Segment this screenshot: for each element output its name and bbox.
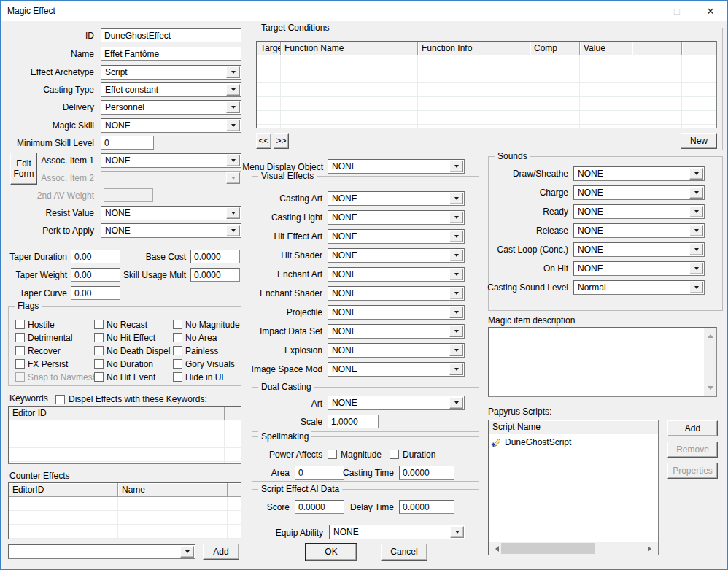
column-header[interactable]: [225, 407, 241, 420]
charge-select[interactable]: NONE: [573, 185, 705, 200]
column-separator: [280, 55, 281, 128]
dispel-effects-checkbox[interactable]: [55, 395, 65, 404]
flag-painless-checkbox[interactable]: [173, 346, 182, 355]
flag-hostile-checkbox[interactable]: [15, 320, 25, 329]
flag-no-recast-checkbox[interactable]: [94, 320, 104, 329]
conditions-new-button[interactable]: New: [681, 133, 717, 149]
keywords-list[interactable]: Editor ID: [8, 406, 241, 464]
magic-skill-label: Magic Skill: [53, 120, 94, 131]
chevron-down-icon: [449, 250, 463, 261]
casting-time-input[interactable]: [399, 466, 454, 480]
column-header[interactable]: Function Name: [281, 42, 418, 55]
dual-casting-scale-input[interactable]: [328, 415, 379, 428]
column-header[interactable]: Function Info: [418, 42, 530, 55]
minimize-button[interactable]: —: [627, 1, 660, 21]
flag-no-hit-event-checkbox[interactable]: [94, 372, 104, 382]
vertical-scrollbar[interactable]: [704, 328, 716, 396]
column-header[interactable]: [228, 483, 241, 497]
menu-display-object-select[interactable]: NONE: [328, 159, 465, 174]
hit-effect-art-select[interactable]: NONE: [328, 229, 465, 244]
column-header-script-name[interactable]: Script Name: [489, 420, 658, 434]
image-space-mod-select[interactable]: NONE: [328, 362, 465, 377]
equip-ability-select[interactable]: NONE: [329, 525, 465, 539]
ok-button[interactable]: OK: [306, 544, 357, 561]
flag-hide-in-ui-checkbox[interactable]: [173, 372, 182, 382]
area-input[interactable]: [295, 466, 344, 480]
column-header[interactable]: Comp: [530, 42, 580, 55]
papyrus-scripts-list[interactable]: Script Name DuneGhostScript: [488, 420, 659, 555]
impact-data-set-select[interactable]: NONE: [328, 324, 465, 339]
column-header[interactable]: [632, 42, 682, 55]
delay-time-input[interactable]: [399, 500, 454, 514]
resist-value-select[interactable]: NONE: [101, 206, 241, 220]
taper-duration-input[interactable]: [71, 250, 120, 263]
counter-effect-add-button[interactable]: Add: [203, 544, 239, 560]
on-hit-select[interactable]: NONE: [573, 261, 705, 276]
flag-no-area-checkbox[interactable]: [173, 333, 182, 342]
column-header[interactable]: Value: [580, 42, 632, 55]
conditions-prev-button[interactable]: <<: [256, 133, 271, 149]
counter-effects-list[interactable]: EditorIDName: [8, 482, 241, 539]
hit-shader-select[interactable]: NONE: [328, 248, 465, 263]
flag-detrimental-checkbox[interactable]: [15, 333, 25, 342]
taper-weight-input[interactable]: [71, 268, 120, 282]
taper-curve-input[interactable]: [71, 286, 120, 300]
flag-no-magnitude-checkbox[interactable]: [173, 320, 182, 329]
close-button[interactable]: ✕: [694, 1, 727, 21]
casting-type-select[interactable]: Effet constant: [101, 82, 241, 97]
target-conditions-list[interactable]: TargetFunction NameFunction InfoCompValu…: [256, 41, 717, 128]
explosion-select[interactable]: NONE: [328, 343, 465, 358]
name-input[interactable]: [101, 47, 241, 61]
script-add-button[interactable]: Add: [667, 420, 718, 436]
flag-no-hit-effect-checkbox[interactable]: [94, 333, 104, 342]
horizontal-scrollbar[interactable]: [489, 542, 658, 555]
draw-sheathe-select[interactable]: NONE: [573, 166, 705, 181]
score-input[interactable]: [295, 500, 344, 514]
duration-checkbox[interactable]: [390, 450, 399, 459]
flag-fx-persist-checkbox[interactable]: [15, 359, 25, 369]
magnitude-checkbox[interactable]: [328, 450, 337, 459]
enchant-art-select[interactable]: NONE: [328, 267, 465, 282]
column-header[interactable]: Target: [257, 42, 281, 55]
chevron-down-icon: [449, 193, 463, 204]
scrollbar-thumb[interactable]: [501, 543, 595, 554]
delivery-select[interactable]: Personnel: [101, 100, 241, 115]
column-header[interactable]: Editor ID: [9, 407, 225, 420]
dual-casting-art-select[interactable]: NONE: [328, 396, 465, 410]
assoc-item-1-select[interactable]: NONE: [101, 153, 241, 168]
column-header[interactable]: Name: [118, 483, 228, 497]
ready-select[interactable]: NONE: [573, 204, 705, 219]
magic-item-description-textarea[interactable]: [488, 327, 717, 397]
perk-to-apply-select[interactable]: NONE: [101, 223, 241, 238]
casting-sound-level-select[interactable]: Normal: [573, 280, 705, 295]
column-header[interactable]: EditorID: [9, 483, 118, 497]
release-select[interactable]: NONE: [573, 223, 705, 238]
delay-time-label: Delay Time: [350, 502, 394, 512]
counter-effect-picker[interactable]: [8, 544, 195, 559]
minimum-skill-level-input[interactable]: [101, 136, 154, 150]
chevron-down-icon: [449, 231, 463, 242]
id-input[interactable]: [101, 28, 241, 42]
casting-art-select[interactable]: NONE: [328, 191, 465, 206]
script-properties-button: Properties: [667, 463, 718, 479]
magic-skill-select[interactable]: NONE: [101, 118, 241, 133]
edit-form-button[interactable]: Edit Form: [10, 153, 37, 185]
chevron-down-icon: [689, 168, 703, 180]
conditions-next-button[interactable]: >>: [274, 133, 289, 149]
flag-no-hit-event-label: No Hit Event: [107, 372, 155, 382]
enchant-shader-select[interactable]: NONE: [328, 286, 465, 301]
flag-no-duration-checkbox[interactable]: [94, 359, 104, 369]
effect-archetype-select[interactable]: Script: [101, 65, 241, 80]
projectile-select[interactable]: NONE: [328, 305, 465, 320]
casting-light-select[interactable]: NONE: [328, 210, 465, 225]
script-list-item[interactable]: DuneGhostScript: [491, 437, 571, 447]
flag-gory-visuals-checkbox[interactable]: [173, 359, 182, 369]
flag-no-death-dispel-checkbox[interactable]: [94, 346, 104, 355]
base-cost-input[interactable]: [190, 250, 240, 263]
name-label: Name: [71, 49, 94, 59]
skill-usage-mult-input[interactable]: [190, 268, 240, 282]
cancel-button[interactable]: Cancel: [381, 544, 427, 561]
column-header[interactable]: [682, 42, 716, 55]
flag-recover-checkbox[interactable]: [15, 346, 25, 355]
cast-loop-conc-select[interactable]: NONE: [573, 242, 705, 257]
